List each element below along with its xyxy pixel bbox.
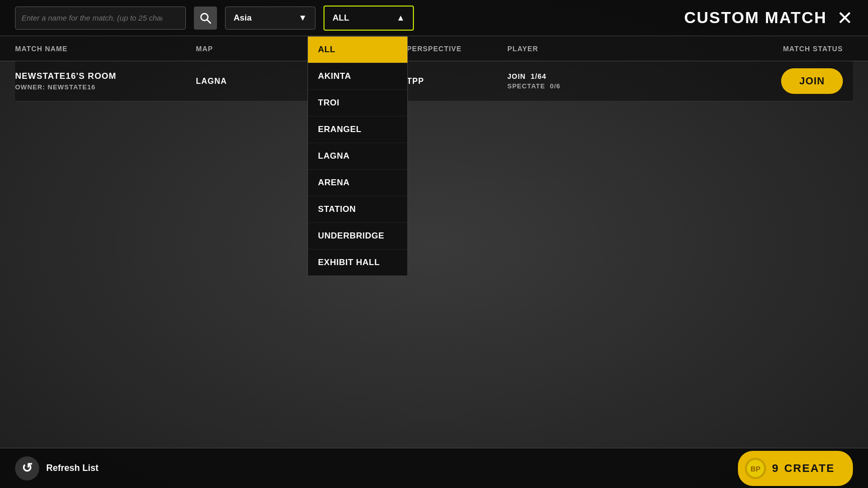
row-player: JOIN 1/64 Spectate 0/6 [507, 72, 608, 90]
table-header: MATCH NAME MAP PERSPECTIVE PLAYER MATCH … [0, 36, 868, 61]
dropdown-item-exhibit-hall[interactable]: EXHIBIT HALL [308, 250, 407, 276]
close-button[interactable]: ✕ [837, 9, 853, 28]
col-header-player: PLAYER [507, 45, 608, 53]
create-btn-wrapper: BP 9 CREATE [738, 451, 853, 486]
row-perspective: TPP [407, 77, 507, 86]
header-bar: Asia ▼ ALL ▲ CUSTOM MATCH ✕ [0, 0, 868, 36]
search-wrapper [15, 7, 186, 30]
col-header-match-name: MATCH NAME [15, 45, 196, 53]
svg-line-1 [207, 20, 211, 23]
map-dropdown-menu: ALL AKINTA TROI ERANGEL LAGNA ARENA STAT… [307, 36, 408, 276]
refresh-icon: ↺ [15, 456, 39, 480]
map-filter-dropdown[interactable]: ALL ▲ [323, 6, 414, 31]
title-area: CUSTOM MATCH ✕ [684, 9, 853, 28]
create-coin-icon: BP [745, 458, 766, 479]
search-button[interactable] [194, 7, 217, 30]
dropdown-item-troi[interactable]: TROI [308, 90, 407, 116]
join-count: JOIN 1/64 [507, 72, 608, 80]
join-button[interactable]: JOIN [781, 68, 843, 94]
refresh-button[interactable]: ↺ Refresh List [15, 456, 98, 480]
row-match-info: NEWSTATE16's Room OWNER: NEWSTATE16 [15, 71, 196, 91]
row-status: JOIN [608, 68, 853, 94]
create-count: 9 [772, 462, 778, 475]
create-button[interactable]: BP 9 CREATE [738, 451, 853, 486]
refresh-label: Refresh List [46, 463, 98, 473]
region-dropdown[interactable]: Asia ▼ [225, 7, 315, 30]
match-name: NEWSTATE16's Room [15, 71, 196, 81]
dropdown-item-akinta[interactable]: AKINTA [308, 63, 407, 90]
svg-text:BP: BP [750, 465, 760, 473]
bottom-bar: ↺ Refresh List BP 9 CREATE [0, 448, 868, 488]
dropdown-item-erangel[interactable]: ERANGEL [308, 116, 407, 143]
spectate-count: Spectate 0/6 [507, 82, 608, 90]
dropdown-item-station[interactable]: STATION [308, 196, 407, 223]
dropdown-item-arena[interactable]: ARENA [308, 170, 407, 196]
page-title: CUSTOM MATCH [684, 9, 827, 27]
close-icon: ✕ [837, 8, 853, 29]
search-input[interactable] [22, 14, 162, 22]
table-row: NEWSTATE16's Room OWNER: NEWSTATE16 LAGN… [15, 61, 853, 101]
chevron-down-icon: ▼ [298, 13, 307, 23]
map-filter-label: ALL [333, 13, 349, 23]
col-header-status: MATCH STATUS [608, 45, 853, 53]
chevron-up-icon: ▲ [396, 13, 405, 23]
region-label: Asia [234, 13, 252, 23]
create-label: CREATE [784, 462, 835, 475]
col-header-perspective: PERSPECTIVE [407, 45, 507, 53]
row-map: LAGNA [196, 77, 296, 86]
owner-name: OWNER: NEWSTATE16 [15, 83, 196, 91]
table-content: NEWSTATE16's Room OWNER: NEWSTATE16 LAGN… [0, 61, 868, 448]
dropdown-item-lagna[interactable]: LAGNA [308, 143, 407, 170]
dropdown-item-all[interactable]: ALL [308, 37, 407, 63]
col-header-map: MAP [196, 45, 296, 53]
dropdown-item-underbridge[interactable]: UNDERBRIDGE [308, 223, 407, 250]
